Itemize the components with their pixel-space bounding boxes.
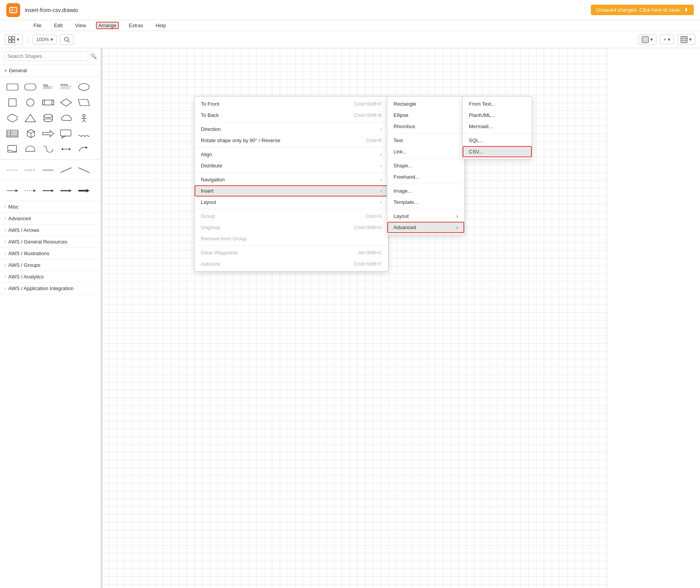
arrow-double2[interactable] xyxy=(58,184,74,198)
menu-arrange[interactable]: Arrange xyxy=(96,22,118,29)
arrow-double[interactable] xyxy=(40,184,56,198)
sql-label: SQL... xyxy=(469,137,483,143)
shape-callout[interactable] xyxy=(58,127,74,141)
sidebar-aws-analytics[interactable]: › AWS / Analytics xyxy=(0,271,101,283)
sidebar-aws-arrows[interactable]: › AWS / Arrows xyxy=(0,224,101,236)
autosize-label: Autosize xyxy=(201,261,220,267)
shape-s-curve[interactable] xyxy=(40,142,56,156)
shape-text[interactable]: Text xyxy=(40,80,56,94)
shape-triangle[interactable] xyxy=(23,111,38,125)
line-dashed2[interactable] xyxy=(23,163,38,177)
shape-arrow-right[interactable] xyxy=(40,127,56,141)
general-section-header[interactable]: ▾ General xyxy=(0,64,101,77)
fit-page-btn[interactable]: ▾ xyxy=(638,34,656,45)
to-back-label: To Back xyxy=(201,112,219,118)
adv-from-text[interactable]: From Text... xyxy=(463,98,532,110)
svg-point-24 xyxy=(78,84,89,90)
insert-ellipse[interactable]: Ellipse xyxy=(387,110,464,121)
arrange-distribute[interactable]: Distribute › xyxy=(195,160,388,171)
arrange-insert[interactable]: Insert › xyxy=(195,185,388,197)
shape-heading[interactable]: Heading xyxy=(58,80,74,94)
sub-sep3 xyxy=(387,184,464,184)
unsaved-banner[interactable]: Unsaved changes. Click here to save. ⬇ xyxy=(591,5,694,15)
freehand-label: Freehand... xyxy=(394,174,420,180)
add-btn[interactable]: + ▾ xyxy=(660,35,674,44)
shape-diamond[interactable] xyxy=(58,96,74,110)
rotate-shortcut: Cmd+R xyxy=(366,138,382,143)
arrow-bold[interactable] xyxy=(76,184,92,198)
shape-cloud[interactable] xyxy=(58,111,74,125)
sidebar-advanced[interactable]: › Advanced xyxy=(0,213,101,224)
aws-arrows-chevron: › xyxy=(5,228,6,232)
shape-document[interactable] xyxy=(5,142,20,156)
shape-circle[interactable] xyxy=(23,96,38,110)
sidebar-aws-general[interactable]: › AWS / General Resources xyxy=(0,236,101,248)
line-diagonal[interactable] xyxy=(58,163,74,177)
menu-extras[interactable]: Extras xyxy=(127,22,146,29)
arrange-to-back[interactable]: To Back Cmd+Shift+B xyxy=(195,110,388,121)
remove-from-group-label: Remove from Group xyxy=(201,236,247,242)
insert-template[interactable]: Template... xyxy=(387,197,464,208)
arrow-solid[interactable] xyxy=(5,184,20,198)
shapes-grid: Text Heading xyxy=(0,77,101,160)
insert-freehand[interactable]: Freehand... xyxy=(387,171,464,183)
sidebar-misc[interactable]: › Misc xyxy=(0,201,101,213)
search-input[interactable] xyxy=(4,51,88,61)
shape-arrow-curve[interactable] xyxy=(76,142,92,156)
arrange-to-front[interactable]: To Front Cmd+Shift+F xyxy=(195,98,388,110)
line-dashed1[interactable] xyxy=(5,163,20,177)
table-btn[interactable]: ▾ xyxy=(677,34,695,45)
sidebar-aws-app-integration[interactable]: › AWS / Application Integration xyxy=(0,283,101,294)
shape-process[interactable] xyxy=(40,96,56,110)
insert-layout[interactable]: Layout › xyxy=(387,210,464,222)
arrange-layout[interactable]: Layout › xyxy=(195,197,388,208)
shape-hexagon[interactable] xyxy=(5,111,20,125)
insert-rhombus[interactable]: Rhombus xyxy=(387,121,464,132)
sep2 xyxy=(195,147,388,148)
arrange-rotate[interactable]: Rotate shape only by 90° / Reverse Cmd+R xyxy=(195,135,388,146)
shape-double-arrow[interactable] xyxy=(58,142,74,156)
svg-marker-31 xyxy=(78,99,90,106)
menu-view[interactable]: View xyxy=(73,22,88,29)
shape-cylinder[interactable] xyxy=(40,111,56,125)
format-btn[interactable]: ▾ xyxy=(5,34,23,45)
arrange-align[interactable]: Align › xyxy=(195,149,388,160)
line-solid[interactable] xyxy=(40,163,56,177)
zoom-btn[interactable]: 100% ▾ xyxy=(33,35,57,44)
plantuml-label: PlantUML... xyxy=(469,112,495,118)
arrange-navigation[interactable]: Navigation › xyxy=(195,174,388,185)
menu-edit[interactable]: Edit xyxy=(52,22,65,29)
shape-table[interactable] xyxy=(5,127,20,141)
arrow-dashed[interactable] xyxy=(23,184,38,198)
insert-text[interactable]: Text xyxy=(387,135,464,146)
fit-btn[interactable] xyxy=(60,34,74,45)
shape-rect[interactable] xyxy=(5,80,20,94)
menu-file[interactable]: File xyxy=(31,22,44,29)
line-diagonal2[interactable] xyxy=(76,163,92,177)
shape-wave[interactable] xyxy=(76,127,92,141)
shape-actor[interactable] xyxy=(76,111,92,125)
insert-rectangle[interactable]: Rectangle xyxy=(387,98,464,110)
sidebar-aws-illustrations[interactable]: › AWS / Illustrations xyxy=(0,248,101,259)
shape-parallelogram[interactable] xyxy=(76,96,92,110)
resize-handle[interactable] xyxy=(101,48,103,588)
canvas[interactable]: To Front Cmd+Shift+F To Back Cmd+Shift+B… xyxy=(101,48,607,588)
arrange-direction[interactable]: Direction › xyxy=(195,124,388,135)
svg-line-6 xyxy=(68,41,70,42)
shape-cube[interactable] xyxy=(23,127,38,141)
adv-mermaid[interactable]: Mermaid... xyxy=(463,121,532,132)
shape-ellipse-outline[interactable] xyxy=(76,80,92,94)
toolbar-right: ▾ + ▾ ▾ xyxy=(638,34,695,45)
sidebar-aws-groups[interactable]: › AWS / Groups xyxy=(0,259,101,271)
shape-semicircle[interactable] xyxy=(23,142,38,156)
shape-square[interactable] xyxy=(5,96,20,110)
insert-advanced[interactable]: Advanced › xyxy=(387,222,464,233)
menu-help[interactable]: Help xyxy=(153,22,168,29)
adv-plantuml[interactable]: PlantUML... xyxy=(463,110,532,121)
insert-shape[interactable]: Shape... xyxy=(387,160,464,171)
adv-csv[interactable]: CSV... xyxy=(463,146,532,157)
insert-image[interactable]: Image... xyxy=(387,185,464,197)
adv-sql[interactable]: SQL... xyxy=(463,135,532,146)
shape-rounded-rect[interactable] xyxy=(23,80,38,94)
insert-link[interactable]: Link... xyxy=(387,146,464,157)
